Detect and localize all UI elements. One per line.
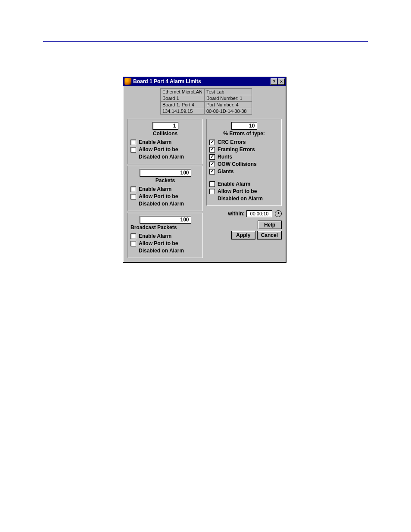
header-divider <box>43 41 368 42</box>
broadcast-group: 100 Broadcast Packets Enable Alarm Allow… <box>128 213 203 258</box>
packets-label: Packets <box>131 177 200 184</box>
collisions-enable-checkbox[interactable] <box>131 140 136 145</box>
collisions-group: 1 Collisions Enable Alarm Allow Port to … <box>128 119 203 164</box>
broadcast-allow-checkbox[interactable] <box>131 241 136 246</box>
errors-input[interactable]: 10 <box>231 122 257 130</box>
within-label: within: <box>228 211 245 217</box>
runts-label: Runts <box>218 154 232 160</box>
collisions-label: Collisions <box>131 131 200 137</box>
port-number: Port Number: 4 <box>204 102 252 108</box>
apply-button[interactable]: Apply <box>231 231 255 240</box>
collisions-input[interactable]: 1 <box>153 122 178 130</box>
giants-label: Giants <box>218 168 234 175</box>
content-area: 1 Collisions Enable Alarm Allow Port to … <box>123 116 286 262</box>
framing-errors-checkbox[interactable] <box>209 147 215 152</box>
framing-errors-label: Framing Errors <box>218 146 255 153</box>
oow-collisions-checkbox[interactable] <box>209 162 215 167</box>
close-button-icon[interactable]: × <box>278 78 285 85</box>
broadcast-label: Broadcast Packets <box>131 224 200 230</box>
errors-group: 10 % Errors of type: CRC Errors Framing … <box>206 119 282 206</box>
board-name: Board 1 <box>161 95 205 102</box>
broadcast-allow-label2: Disabled on Alarm <box>139 248 200 254</box>
packets-allow-checkbox[interactable] <box>131 194 136 199</box>
collisions-enable-label: Enable Alarm <box>139 139 171 146</box>
errors-allow-label1: Allow Port to be <box>218 188 257 195</box>
runts-checkbox[interactable] <box>209 154 215 160</box>
packets-input[interactable]: 100 <box>140 169 191 177</box>
button-row-1: Help <box>206 221 282 229</box>
collisions-allow-label1: Allow Port to be <box>139 146 178 153</box>
giants-checkbox[interactable] <box>209 169 215 174</box>
errors-label: % Errors of type: <box>209 131 279 137</box>
button-row-2: Apply Cancel <box>206 231 282 240</box>
titlebar[interactable]: Board 1 Port 4 Alarm Limits ? × <box>123 77 286 86</box>
mac-address: 00-00-1D-14-38-38 <box>204 108 252 115</box>
packets-group: 100 Packets Enable Alarm Allow Port to b… <box>128 166 203 211</box>
crc-errors-checkbox[interactable] <box>209 140 215 145</box>
errors-allow-checkbox[interactable] <box>209 189 215 194</box>
left-column: 1 Collisions Enable Alarm Allow Port to … <box>126 116 205 261</box>
within-row: within: 00:00:10 <box>206 210 282 217</box>
errors-allow-label2: Disabled on Alarm <box>218 196 279 202</box>
ip-address: 134.141.59.15 <box>161 108 205 115</box>
alarm-limits-dialog: Board 1 Port 4 Alarm Limits ? × Ethernet… <box>123 77 286 263</box>
clock-icon[interactable] <box>275 210 282 217</box>
errors-enable-label: Enable Alarm <box>218 181 250 187</box>
right-column: 10 % Errors of type: CRC Errors Framing … <box>205 116 283 261</box>
alarm-icon <box>125 78 131 85</box>
packets-enable-label: Enable Alarm <box>139 186 171 193</box>
packets-allow-label1: Allow Port to be <box>139 193 178 200</box>
cancel-button[interactable]: Cancel <box>257 231 282 240</box>
broadcast-enable-checkbox[interactable] <box>131 233 136 239</box>
broadcast-allow-label1: Allow Port to be <box>139 240 178 247</box>
device-type: Ethernet MicroLAN <box>161 89 205 95</box>
device-info-table: Ethernet MicroLAN Test Lab Board 1 Board… <box>160 88 252 115</box>
window-title: Board 1 Port 4 Alarm Limits <box>133 78 270 84</box>
packets-enable-checkbox[interactable] <box>131 187 136 192</box>
crc-errors-label: CRC Errors <box>218 139 246 146</box>
errors-enable-checkbox[interactable] <box>209 181 215 187</box>
collisions-allow-checkbox[interactable] <box>131 147 136 152</box>
collisions-allow-label2: Disabled on Alarm <box>139 154 200 160</box>
broadcast-input[interactable]: 100 <box>140 216 191 224</box>
within-input[interactable]: 00:00:10 <box>246 210 272 217</box>
oow-collisions-label: OOW Collisions <box>218 161 257 168</box>
help-button-icon[interactable]: ? <box>271 78 277 85</box>
port-path: Board 1, Port 4 <box>161 102 205 108</box>
help-button[interactable]: Help <box>258 221 282 229</box>
board-number: Board Number: 1 <box>204 95 252 102</box>
device-location: Test Lab <box>204 89 252 95</box>
broadcast-enable-label: Enable Alarm <box>139 233 171 240</box>
packets-allow-label2: Disabled on Alarm <box>139 201 200 207</box>
